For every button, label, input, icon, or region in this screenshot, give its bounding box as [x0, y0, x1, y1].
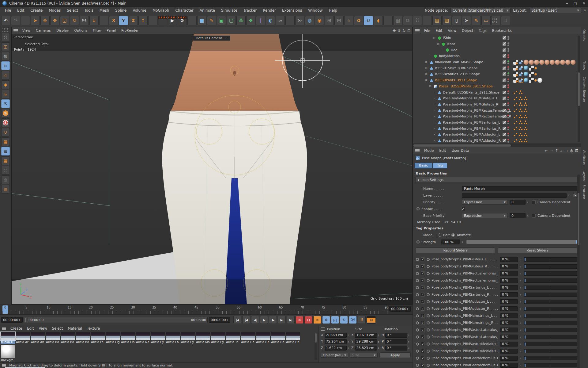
attribute-menu-item[interactable]: Edit [436, 148, 449, 153]
attribute-scrollbar[interactable] [577, 174, 580, 368]
layer-toggle-icon[interactable] [503, 54, 506, 58]
material-thumbnail[interactable]: Alicia Ha [241, 332, 255, 344]
attribute-menu-item[interactable]: Mode [421, 148, 436, 153]
record-keyframe-button[interactable]: ⚿ [296, 316, 303, 324]
object-tag-icon[interactable] [518, 66, 523, 71]
morph-slider[interactable] [524, 278, 578, 283]
object-tag-icon[interactable] [513, 138, 518, 143]
expander-icon[interactable]: ├ [433, 103, 437, 106]
object-tag-icon[interactable] [523, 102, 528, 107]
material-menu-item[interactable]: Create [8, 326, 24, 331]
object-tag-icon[interactable] [513, 90, 518, 95]
layer-toggle-icon[interactable] [503, 60, 506, 64]
workplane-mode-icon[interactable]: ▦ [1, 156, 10, 165]
object-tag-icon[interactable] [513, 120, 518, 125]
layout-select[interactable]: Startup (User)▼ [529, 8, 581, 13]
object-tag-icon[interactable] [513, 60, 518, 65]
last-tools-icon[interactable]: P·S [80, 16, 89, 25]
object-tag-icon[interactable] [537, 78, 542, 83]
object-label[interactable]: B25SBPants_3911.Shape [435, 78, 477, 82]
object-row[interactable]: ├ Default: B25SBPants_3911.Shape [413, 89, 581, 95]
morph-value-field[interactable]: 0 % [500, 313, 518, 318]
editor-visibility-dot[interactable] [507, 115, 509, 116]
viewport-menu-item[interactable]: View [20, 29, 33, 33]
menu-item[interactable]: Animate [197, 8, 218, 13]
object-tag-icon[interactable] [534, 72, 537, 77]
object-label[interactable]: bodyMorphs [439, 54, 460, 58]
morph-value-field[interactable]: 0 % [500, 328, 518, 332]
editor-visibility-dot[interactable] [507, 109, 509, 110]
object-label[interactable]: B25SBTShirt_8306.Shape [435, 66, 478, 70]
morph-enable-checkbox[interactable] [421, 363, 425, 367]
keyframe-dot-icon[interactable] [416, 258, 419, 261]
maximize-button[interactable]: ▢ [574, 1, 577, 6]
material-thumbnail[interactable]: Alicia Ha [286, 332, 300, 344]
object-tag-icon[interactable] [518, 90, 523, 95]
minimize-button[interactable]: – [566, 1, 568, 6]
mode-animate-radio[interactable] [451, 233, 455, 237]
points-mode-icon[interactable]: ⠿ [1, 61, 10, 70]
render-settings-icon[interactable]: ⚙ [178, 16, 187, 25]
expander-icon[interactable]: ⊞ [425, 67, 429, 70]
goto-start-button[interactable]: |◀ [233, 316, 241, 324]
morph-enable-checkbox[interactable] [421, 321, 425, 325]
editor-visibility-dot[interactable] [507, 66, 509, 68]
camera-label[interactable]: Default Camera⁘ [193, 36, 230, 41]
environment-icon[interactable]: ◐ [266, 16, 275, 25]
expander-icon[interactable]: ⊞ [437, 43, 441, 46]
autokey-button[interactable]: ⚙ [313, 316, 321, 324]
object-manager-menu-item[interactable]: File [421, 29, 433, 33]
expander-icon[interactable]: ⊞ [425, 61, 429, 64]
object-tag-icon[interactable] [518, 114, 523, 119]
keyframe-dot-icon[interactable] [427, 335, 430, 339]
menu-item[interactable]: Help [326, 8, 340, 13]
editor-visibility-dot[interactable] [507, 54, 509, 56]
position-field[interactable]: 75.204 cm [325, 339, 347, 344]
priority-select[interactable]: Expression▼ [462, 200, 508, 205]
new-window-icon[interactable]: ⊡ [575, 148, 578, 153]
editor-visibility-dot[interactable] [507, 36, 509, 38]
expander-icon[interactable]: ├ [433, 109, 437, 112]
material-thumbnail[interactable]: Alicia Bo [61, 332, 75, 344]
object-label[interactable]: Pose:bodyMorphs_PBMSartorius_R [443, 127, 501, 131]
bake-object-icon[interactable]: ⊟ [334, 16, 344, 25]
expander-icon[interactable]: ├ [433, 139, 437, 142]
editor-visibility-dot[interactable] [507, 133, 509, 134]
render-view-icon[interactable] [158, 16, 167, 25]
polygon-mode-icon[interactable]: ◆ [1, 80, 10, 89]
keyframe-dot-icon[interactable] [417, 207, 420, 210]
generator-icon[interactable]: ▢ [227, 16, 236, 25]
prev-key-button[interactable]: |◀ [242, 316, 250, 324]
object-row[interactable]: └ lToe [413, 47, 581, 53]
morph-enable-checkbox[interactable] [421, 286, 425, 289]
size-field[interactable]: 59.288 cm [355, 339, 377, 344]
layer-toggle-icon[interactable] [503, 139, 506, 142]
keyframe-dot-icon[interactable] [427, 314, 430, 317]
base-priority-select[interactable]: Expression▼ [462, 213, 508, 218]
object-label[interactable]: Pose:bodyMorphs_PBMRectusFemorus_L [443, 109, 511, 113]
render-visibility-dot[interactable] [507, 111, 509, 112]
menu-item[interactable]: Simulate [218, 8, 240, 13]
reset-sliders-button[interactable]: Reset Sliders [498, 247, 577, 253]
object-tag-icon[interactable] [550, 60, 555, 65]
side-tab[interactable]: Takes [582, 61, 586, 70]
keyframe-dot-icon[interactable] [427, 279, 430, 282]
coord-mode-select[interactable]: Object (Rel)▼ [321, 353, 348, 358]
menu-item[interactable]: Window [305, 8, 326, 13]
morph-slider[interactable] [524, 271, 578, 276]
toggle-panel-icon[interactable]: ⊡ [407, 29, 410, 33]
morph-value-field[interactable]: 0 % [500, 320, 518, 325]
object-tag-icon[interactable] [513, 102, 518, 107]
morph-enable-checkbox[interactable] [421, 307, 425, 311]
cloth-icon[interactable]: ◖ [374, 16, 383, 25]
object-tag-icon[interactable] [513, 114, 518, 119]
expander-icon[interactable]: ├ [433, 115, 437, 118]
object-row[interactable]: ├ Pose:bodyMorphs_PBMSartorius_R [413, 125, 581, 132]
morph-slider[interactable] [524, 300, 578, 304]
object-tag-icon[interactable] [513, 72, 518, 77]
menu-item[interactable]: Tools [81, 8, 96, 13]
keyframe-dot-icon[interactable] [427, 357, 430, 360]
object-label[interactable]: Poses: B25SBPants_3911.Shape [439, 84, 493, 88]
keyframe-position-button[interactable]: ✥ [322, 316, 330, 324]
object-tag-icon[interactable] [513, 108, 518, 113]
